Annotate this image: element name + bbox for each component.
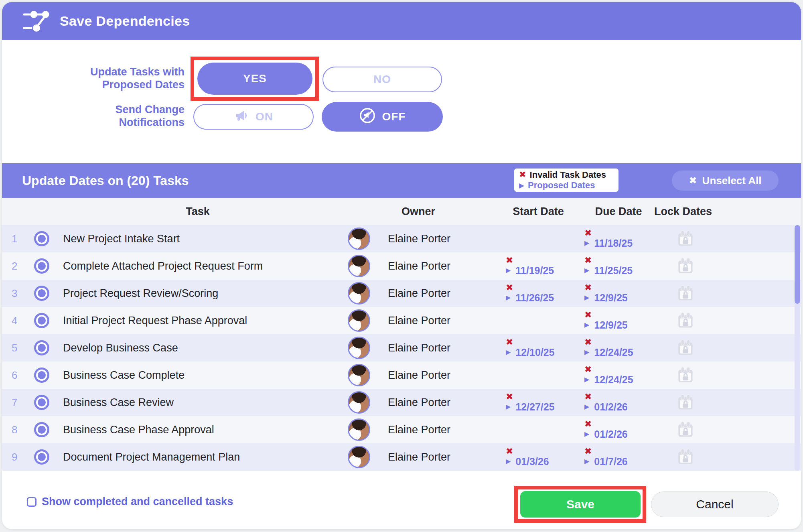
task-selected-radio[interactable]	[34, 231, 49, 246]
due-date-cell: ✖ ▶ 12/24/25	[584, 361, 653, 389]
owner-name: Elaine Porter	[388, 424, 450, 436]
show-completed-checkbox[interactable]	[27, 497, 36, 507]
row-number: 3	[12, 287, 17, 300]
task-name: Initial Project Request Phase Approval	[63, 315, 247, 327]
task-selected-radio[interactable]	[34, 395, 49, 410]
start-date-cell: ✖ ▶ 12/10/25	[506, 334, 574, 361]
owner-name: Elaine Porter	[388, 260, 450, 272]
task-selected-radio[interactable]	[34, 286, 49, 301]
lock-dates-icon[interactable]	[677, 421, 694, 439]
cancel-button[interactable]: Cancel	[651, 491, 779, 517]
proposed-arrow-icon: ▶	[506, 349, 511, 356]
proposed-arrow-icon: ▶	[506, 294, 511, 301]
invalid-x-icon: ✖	[584, 419, 653, 428]
task-selected-radio[interactable]	[34, 422, 49, 437]
proposed-arrow-icon: ▶	[584, 430, 589, 438]
owner-avatar	[348, 446, 370, 468]
table-row: 8 Business Case Phase Approval Elaine Po…	[2, 416, 801, 443]
start-date-value: 01/3/26	[515, 456, 549, 467]
table-row: 7 Business Case Review Elaine Porter ✖ ▶…	[2, 389, 801, 416]
dialog-header: Save Dependencies	[2, 2, 801, 40]
proposed-arrow-icon: ▶	[584, 349, 589, 356]
show-completed-toggle[interactable]: Show completed and cancelled tasks	[27, 495, 233, 508]
lock-dates-icon[interactable]	[677, 284, 694, 302]
due-date-cell: ✖ ▶ 11/25/25	[584, 252, 653, 280]
save-button[interactable]: Save	[520, 491, 641, 518]
start-date-cell: ✖ ▶ 12/27/25	[506, 389, 574, 416]
invalid-x-icon: ✖	[506, 337, 574, 347]
proposed-arrow-icon: ▶	[519, 182, 524, 189]
due-date-cell: ✖ ▶ 01/2/26	[584, 416, 653, 443]
unselect-all-button[interactable]: ✖ Unselect All	[672, 171, 779, 191]
proposed-arrow-icon: ▶	[584, 240, 589, 247]
owner-avatar	[348, 227, 370, 250]
task-selected-radio[interactable]	[34, 449, 49, 465]
owner-name: Elaine Porter	[388, 451, 450, 463]
table-scrollbar[interactable]	[795, 225, 800, 471]
owner-name: Elaine Porter	[388, 233, 450, 245]
row-number: 6	[12, 369, 17, 382]
due-date-cell: ✖ ▶ 12/9/25	[584, 307, 653, 334]
due-date-cell: ✖ ▶ 01/2/26	[584, 389, 653, 416]
owner-avatar	[348, 391, 370, 414]
invalid-x-icon: ✖	[584, 337, 653, 347]
column-header-start-date: Start Date	[498, 205, 578, 218]
owner-name: Elaine Porter	[388, 369, 450, 382]
save-dependencies-dialog: Save Dependencies Update Tasks with Prop…	[0, 0, 803, 532]
proposed-arrow-icon: ▶	[584, 403, 589, 410]
row-number: 1	[12, 233, 17, 245]
task-name: Develop Business Case	[63, 342, 178, 354]
lock-dates-icon[interactable]	[677, 312, 694, 329]
owner-avatar	[348, 282, 370, 305]
notifications-on-button[interactable]: ON	[193, 104, 314, 130]
table-row: 2 Complete Attached Project Request Form…	[2, 252, 801, 280]
invalid-x-icon: ✖	[506, 392, 574, 401]
owner-avatar	[348, 364, 370, 386]
row-number: 7	[12, 396, 17, 409]
due-date-value: 12/24/25	[594, 374, 633, 386]
task-name: Business Case Phase Approval	[63, 424, 214, 436]
lock-dates-icon[interactable]	[677, 448, 694, 466]
show-completed-label: Show completed and cancelled tasks	[42, 495, 233, 508]
lock-dates-icon[interactable]	[677, 394, 694, 411]
task-rows: 1 New Project Intake Start Elaine Porter…	[2, 225, 801, 471]
task-selected-radio[interactable]	[34, 313, 49, 328]
megaphone-icon	[234, 108, 248, 126]
table-row: 3 Project Request Review/Scoring Elaine …	[2, 280, 801, 307]
due-date-cell: ✖ ▶ 01/7/26	[584, 443, 653, 471]
due-date-value: 11/18/25	[594, 238, 633, 249]
row-number: 2	[12, 260, 17, 272]
row-number: 9	[12, 451, 17, 463]
owner-avatar	[348, 337, 370, 359]
due-date-cell: ✖ ▶ 12/9/25	[584, 280, 653, 307]
owner-name: Elaine Porter	[388, 315, 450, 327]
lock-dates-icon[interactable]	[677, 366, 694, 384]
lock-dates-icon[interactable]	[677, 339, 694, 357]
notifications-off-button[interactable]: OFF	[322, 102, 443, 132]
invalid-x-icon: ✖	[506, 283, 574, 292]
task-name: Business Case Review	[63, 396, 174, 409]
task-selected-radio[interactable]	[34, 258, 49, 274]
update-tasks-yes-button[interactable]: YES	[197, 63, 312, 95]
task-name: Complete Attached Project Request Form	[63, 260, 263, 272]
send-notifications-label: Send Change Notifications	[50, 103, 185, 129]
proposed-arrow-icon: ▶	[584, 376, 589, 383]
task-selected-radio[interactable]	[34, 340, 49, 355]
due-date-value: 12/9/25	[594, 319, 627, 331]
due-date-value: 12/24/25	[594, 347, 633, 358]
column-header-lock-dates: Lock Dates	[643, 205, 723, 218]
owner-name: Elaine Porter	[388, 287, 450, 300]
proposed-arrow-icon: ▶	[584, 458, 589, 465]
dependencies-icon	[22, 8, 50, 34]
proposed-arrow-icon: ▶	[584, 294, 589, 301]
update-tasks-no-button[interactable]: NO	[322, 67, 442, 92]
scrollbar-thumb[interactable]	[795, 225, 800, 304]
lock-dates-icon[interactable]	[677, 257, 694, 275]
invalid-x-icon: ✖	[506, 447, 574, 456]
task-selected-radio[interactable]	[34, 368, 49, 383]
task-name: Business Case Complete	[63, 369, 185, 382]
section-title: Update Dates on (20) Tasks	[22, 173, 189, 188]
dates-legend: ✖ Invalid Task Dates ▶ Proposed Dates	[514, 169, 618, 192]
lock-dates-icon[interactable]	[677, 230, 694, 248]
start-date-cell: ✖ ▶ 11/26/25	[506, 280, 574, 307]
